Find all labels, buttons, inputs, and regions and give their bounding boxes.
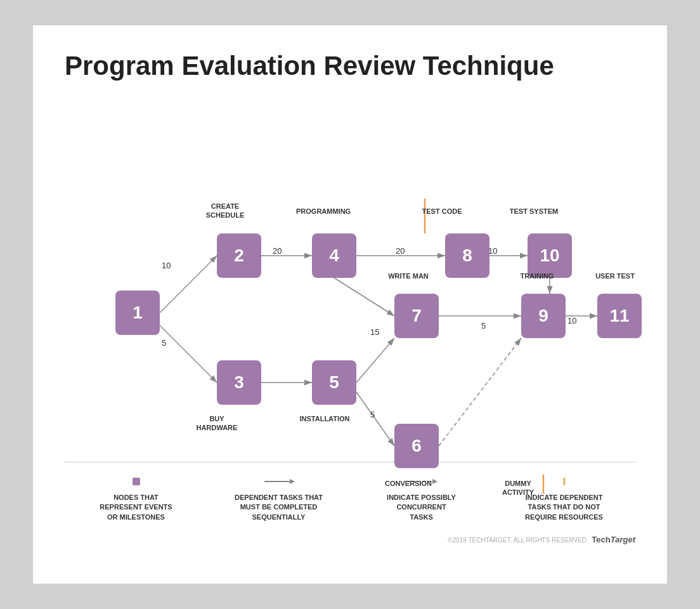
node-1: 1 [115,291,160,335]
svg-line-7 [160,325,217,383]
svg-marker-21 [290,479,295,484]
node-5: 5 [312,360,356,405]
legend-text-no-resources: INDICATE DEPENDENTTASKS THAT DO NOTREQUI… [525,493,603,522]
node-2: 2 [217,233,261,278]
legend-text-sequential: DEPENDENT TASKS THATMUST BE COMPLETEDSEQ… [235,493,323,522]
label-test-system: TEST SYSTEM [509,207,559,216]
svg-rect-19 [133,478,140,485]
label-conversion: CONVERSION [383,479,434,488]
label-test-code: TEST CODE [417,207,467,216]
legend-icon-solid-arrow [263,475,295,488]
legend-item-sequential: DEPENDENT TASKS THATMUST BE COMPLETEDSEQ… [222,475,336,522]
svg-line-10 [356,338,394,383]
node-11: 11 [597,294,642,338]
node-6: 6 [394,424,439,468]
label-dummy-activity: DUMMYACTIVITY [493,479,543,497]
edge-num-5-6: 5 [370,410,375,419]
label-installation: INSTALLATION [299,414,350,423]
main-card: Program Evaluation Review Technique [33,25,667,584]
legend-icon-square [131,475,141,488]
edge-num-4-7: 15 [370,327,379,337]
edge-num-2-4: 20 [273,246,282,256]
label-training: TRAINING [512,272,562,280]
edge-num-1-2: 10 [162,261,171,270]
legend-icon-orange-line [552,475,577,488]
node-7: 7 [394,294,439,338]
svg-line-9 [334,278,394,316]
legend-text-nodes: NODES THATREPRESENT EVENTSOR MILESTONES [100,493,172,522]
edge-num-8-10: 10 [488,246,497,256]
edge-num-7-9: 5 [481,321,486,331]
edge-num-1-3: 5 [162,338,166,348]
label-programming: PROGRAMMING [296,207,347,216]
label-write-man: WRITE MAN [383,272,434,280]
node-3: 3 [217,360,261,405]
legend-text-concurrent: INDICATE POSSIBLYCONCURRENTTASKS [387,493,456,522]
footer: ©2019 TECHTARGET. ALL RIGHTS RESERVED Te… [65,535,635,544]
label-buy-hardware: BUY HARDWARE [188,414,245,433]
footer-text: ©2019 TECHTARGET. ALL RIGHTS RESERVED [448,537,587,544]
svg-line-14 [356,392,394,446]
label-user-test: USER TEST [590,272,640,280]
node-4: 4 [312,233,356,278]
node-9: 9 [521,294,566,338]
legend-item-nodes: NODES THATREPRESENT EVENTSOR MILESTONES [79,475,193,522]
pert-diagram: 1 2 3 4 5 6 7 8 9 10 11 CREATESCHEDULE P… [77,100,623,455]
svg-line-15 [439,338,521,446]
node-8: 8 [445,233,489,278]
page-title: Program Evaluation Review Technique [65,51,635,81]
edge-num-4-8: 20 [396,246,405,256]
edge-num-9-11: 10 [567,316,576,325]
label-create-schedule: CREATESCHEDULE [200,202,250,220]
legend: NODES THATREPRESENT EVENTSOR MILESTONES … [65,462,635,522]
